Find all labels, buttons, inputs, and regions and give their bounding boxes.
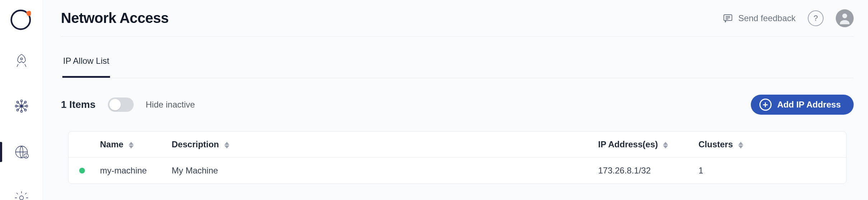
col-name-label: Name [100,139,123,149]
plus-icon: + [759,99,772,111]
help-icon: ? [814,14,818,23]
avatar-icon [838,11,852,25]
help-button[interactable]: ? [808,10,824,26]
page-header: Network Access Send feedback ? [61,0,854,37]
cell-ip: 173.26.8.1/32 [592,158,692,184]
toggle-knob [109,99,121,110]
tabs: IP Allow List [61,37,854,78]
nav-rocket-icon[interactable] [0,50,43,70]
cell-name: my-machine [94,158,165,184]
col-name[interactable]: Name [94,132,165,158]
svg-point-13 [19,196,23,200]
cell-clusters: 1 [692,158,846,184]
col-clusters-label: Clusters [698,139,733,149]
cell-description: My Machine [165,158,592,184]
add-button-label: Add IP Address [777,100,841,110]
sort-icon [129,142,134,149]
sidebar [0,0,43,200]
col-description-label: Description [172,139,219,149]
page-title: Network Access [61,10,169,26]
col-clusters[interactable]: Clusters [692,132,846,158]
feedback-icon [722,13,733,24]
hide-inactive-toggle[interactable] [108,97,134,112]
ip-table: Name Description [68,131,846,184]
add-ip-address-button[interactable]: + Add IP Address [751,95,854,115]
sort-icon [224,142,229,149]
feedback-label: Send feedback [738,13,796,23]
items-count: 1 Items [61,99,96,110]
app-logo[interactable] [7,6,36,32]
col-ip[interactable]: IP Address(es) [592,132,692,158]
table-row[interactable]: my-machine My Machine 173.26.8.1/32 1 [68,158,846,184]
table-header-row: Name Description [68,132,846,158]
col-description[interactable]: Description [165,132,592,158]
col-status [68,132,94,158]
send-feedback-button[interactable]: Send feedback [722,13,796,24]
col-ip-label: IP Address(es) [598,139,658,149]
tab-ip-allow-list[interactable]: IP Allow List [62,56,110,78]
sort-icon [663,142,668,149]
user-avatar[interactable] [836,9,854,27]
hide-inactive-label: Hide inactive [146,100,195,110]
main-content: Network Access Send feedback ? [43,0,868,200]
nav-cluster-icon[interactable] [0,96,43,116]
toolbar: 1 Items Hide inactive + Add IP Address [61,78,854,128]
svg-point-15 [842,13,847,18]
nav-network-icon[interactable] [0,142,43,162]
sort-icon [738,142,743,149]
status-dot-icon [79,168,85,173]
nav-settings-icon[interactable] [0,188,43,200]
svg-point-1 [20,58,23,60]
